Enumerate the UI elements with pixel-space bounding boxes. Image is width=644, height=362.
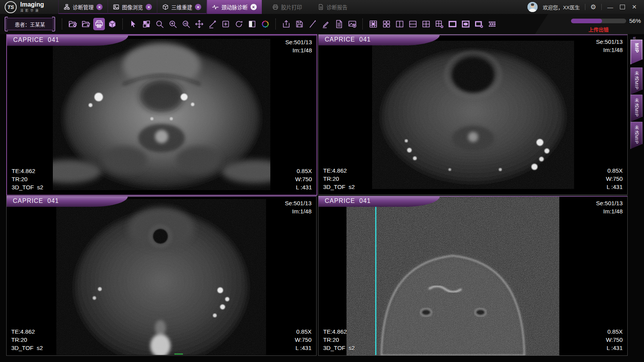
viewport-panel-2[interactable]: CAPRICE 041 Se:501/13 Im:1/48 TE:4.862 T…: [318, 34, 628, 195]
document-icon: [334, 19, 344, 29]
layout-clear-icon: [435, 19, 444, 29]
zoom-2x-icon: x2: [181, 19, 191, 29]
probe-tool-button[interactable]: [307, 18, 319, 30]
notes-button[interactable]: [333, 18, 345, 30]
tab-diagnosis-management[interactable]: 诊断管理 ×: [58, 0, 108, 14]
viewport-panel-4[interactable]: CAPRICE 041 Se:501/13 Im:1/48 TE:4.862 T…: [318, 196, 628, 356]
zoom-2x-button[interactable]: x2: [180, 18, 192, 30]
reference-line[interactable]: [375, 197, 376, 355]
maximize-button[interactable]: [619, 4, 626, 10]
tab-film-print[interactable]: 胶片打印: [267, 0, 307, 14]
pointer-tool-button[interactable]: [127, 18, 139, 30]
window-width: W:750: [606, 336, 623, 344]
save-button[interactable]: [294, 18, 305, 30]
tab-image-browse[interactable]: 图像浏览 ×: [108, 0, 157, 14]
layout-vsplit-button[interactable]: [394, 18, 406, 30]
pseudo-color-button[interactable]: [259, 18, 271, 30]
viewport-panel-1[interactable]: CAPRICE 041 Se:501/13 Im:1/48 TE:4.862 T…: [6, 34, 317, 196]
draw-tool-button[interactable]: [320, 18, 332, 30]
tab-carotid-diagnosis[interactable]: 颈动脉诊断 ×: [207, 0, 262, 14]
mri-image-axial-3: [56, 199, 266, 355]
viewport-panel-3[interactable]: CAPRICE 041 Se:501/13 Im:1/48 TE:4.862 T…: [6, 196, 317, 356]
minimize-button[interactable]: —: [607, 4, 614, 10]
roi-rect-button[interactable]: [447, 18, 458, 30]
patient-label: 患者：王某某: [15, 21, 45, 28]
filmstrip-button[interactable]: [486, 18, 498, 30]
open-study-button[interactable]: [67, 18, 78, 30]
tr-value: TR:20: [11, 336, 43, 344]
tile-compare-button[interactable]: [141, 18, 152, 30]
layout-quad-button[interactable]: [381, 18, 392, 30]
acquisition-overlay: TE:4.862 TR:20 3D_TOF s2: [12, 167, 43, 191]
acquisition-overlay: TE:4.862 TR:20 3D_TOF s2: [11, 327, 43, 352]
invert-button[interactable]: [246, 18, 258, 30]
layout-hsplit-button[interactable]: [407, 18, 419, 30]
grid-filled-icon: [369, 19, 378, 29]
add-study-button[interactable]: [80, 18, 92, 30]
pan-button[interactable]: [193, 18, 205, 30]
layout-hsplit-icon: [408, 19, 418, 29]
series-title: CAPRICE 041: [13, 36, 59, 43]
export-button[interactable]: [280, 18, 292, 30]
tab-3d-reconstruction[interactable]: 三维重建 ×: [157, 0, 207, 14]
measure-icon: [208, 19, 217, 29]
titlebar-right: 欢迎您，XX医生 ⚙ — ✕: [527, 0, 644, 14]
display-overlay: 0.85X W:750 L :431: [295, 327, 312, 352]
save-icon: [295, 19, 304, 29]
annotation-frame-button[interactable]: [220, 18, 231, 30]
user-avatar[interactable]: [527, 2, 538, 12]
magnify-button[interactable]: [154, 18, 165, 30]
tab-close-icon[interactable]: ×: [96, 4, 103, 10]
sidebar-tab-mip-unselected-1[interactable]: 未选MIP: [630, 68, 642, 95]
upload-percent: 56%: [629, 17, 641, 24]
tab-close-icon[interactable]: ×: [251, 4, 257, 10]
tr-value: TR:20: [323, 175, 355, 183]
printer-icon: [94, 19, 104, 29]
upload-status-area: 56% 上传出错: [535, 14, 644, 34]
divider: [585, 4, 585, 10]
layout-grid-filled-button[interactable]: [367, 18, 379, 30]
sequence-name: 3D_TOF s2: [323, 344, 355, 352]
sidebar-tab-mip[interactable]: MIP: [630, 40, 642, 64]
sidebar-tab-mip-unselected-3[interactable]: 未选MIP: [630, 122, 642, 149]
checkerboard-icon: [142, 19, 151, 29]
measure-button[interactable]: [207, 18, 218, 30]
tab-label: 三维重建: [171, 3, 192, 11]
zoom-factor: 0.85X: [295, 327, 312, 336]
zoom-factor: 0.85X: [606, 327, 623, 336]
roi-delete-icon: [474, 19, 484, 29]
svg-text:x2: x2: [184, 22, 187, 25]
tab-label: 诊断报告: [327, 3, 348, 11]
series-info-overlay: Se:501/13 Im:1/48: [285, 199, 312, 215]
color-wheel-icon: [261, 19, 270, 29]
roi-delete-button[interactable]: [473, 18, 485, 30]
layout-2x2-button[interactable]: [420, 18, 432, 30]
print-button[interactable]: [93, 18, 105, 30]
rotate-button[interactable]: [233, 18, 245, 30]
printer-icon: [272, 4, 278, 10]
window-close-button[interactable]: ✕: [631, 3, 638, 10]
settings-gear-icon[interactable]: ⚙: [590, 4, 596, 10]
series-number: Se:501/13: [596, 199, 623, 207]
upload-image-button[interactable]: [346, 18, 358, 30]
tab-close-icon[interactable]: ×: [195, 4, 201, 10]
window-level: L :431: [606, 344, 623, 352]
titlebar: TS Imaging 清影华康 诊断管理 × 图像浏览 ×: [0, 0, 644, 14]
sidebar-tab-mip-unselected-2[interactable]: 未选MIP: [630, 95, 642, 122]
tr-value: TR:20: [323, 336, 355, 344]
divider: [362, 19, 363, 29]
image-number: Im:1/48: [285, 207, 312, 215]
pencil-line-icon: [321, 19, 331, 29]
upload-progress-fill: [571, 19, 602, 23]
layout-clear-button[interactable]: [433, 18, 445, 30]
cursor-icon: [129, 19, 138, 29]
roi-ellipse-button[interactable]: [460, 18, 472, 30]
volume-3d-button[interactable]: [106, 18, 118, 30]
layout-vsplit-icon: [395, 19, 404, 29]
tab-close-icon[interactable]: ×: [146, 4, 152, 10]
rotate-icon: [234, 19, 244, 29]
tab-diagnosis-report[interactable]: 诊断报告: [313, 0, 353, 14]
zoom-in-button[interactable]: [167, 18, 179, 30]
app-logo: TS Imaging 清影华康: [0, 0, 58, 14]
mip-tab-label: 未选MIP: [634, 125, 640, 144]
